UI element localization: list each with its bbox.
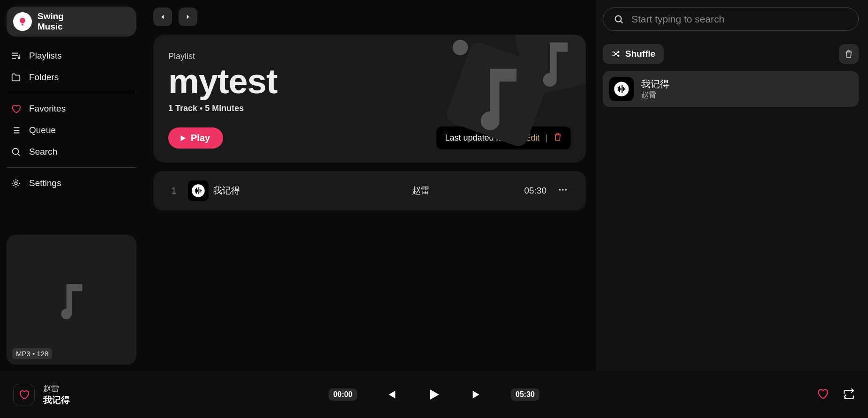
now-playing-cover[interactable]: MP3 • 128 [7,235,136,365]
playlist-icon [10,50,22,61]
heart-icon [816,388,829,400]
last-updated-text: Last updated now [445,133,511,143]
svg-point-11 [614,82,629,96]
queue-track-title: 我记得 [641,78,669,90]
trash-icon [553,132,562,142]
shuffle-icon [611,49,621,59]
tracklist: 1 我记得 赵雷 05:30 [153,171,586,210]
svg-point-10 [615,16,621,22]
chevron-right-icon [184,13,192,21]
queue-track-artist: 赵雷 [641,90,669,100]
total-time: 05:30 [511,388,539,401]
player-bar: 赵雷 我记得 00:00 05:30 [0,371,868,418]
waveform-icon [191,184,205,198]
edit-button[interactable]: Edit [525,133,539,143]
elapsed-time: 00:00 [329,388,357,401]
shuffle-button[interactable]: Shuffle [603,44,664,64]
sidebar-item-queue[interactable]: Queue [7,119,136,141]
track-more-button[interactable] [546,185,579,197]
play-button[interactable]: Play [168,127,223,149]
heart-icon [10,103,22,114]
heart-icon [18,389,30,400]
play-label: Play [191,133,210,143]
queue-item[interactable]: 我记得 赵雷 [603,71,859,107]
play-icon [427,387,441,402]
svg-point-6 [192,184,205,197]
main-content: Playlist mytest 1 Track • 5 Minutes Play… [143,0,596,371]
search-input[interactable] [631,14,848,25]
skip-forward-icon [471,388,484,401]
sidebar-item-settings[interactable]: Settings [7,172,136,194]
track-duration: 05:30 [490,186,546,196]
shuffle-label: Shuffle [625,49,655,59]
trash-icon [844,49,853,59]
sidebar-item-label: Favorites [29,104,66,114]
sidebar-item-label: Queue [29,125,56,135]
more-horizontal-icon [558,185,568,195]
sidebar-item-search[interactable]: Search [7,141,136,163]
sidebar-item-label: Settings [29,178,61,188]
svg-point-2 [15,182,17,185]
codec-badge: MP3 • 128 [12,348,52,359]
track-number: 1 [160,186,188,196]
skip-back-icon [384,388,397,401]
repeat-button[interactable] [843,388,855,402]
svg-point-1 [13,148,19,154]
track-art [188,180,209,201]
search-field[interactable] [603,7,859,31]
updated-box: Last updated now | Edit | [436,127,571,149]
sidebar-item-playlists[interactable]: Playlists [7,45,136,67]
svg-point-9 [565,189,567,191]
sidebar-item-label: Search [29,147,57,157]
player-artist: 赵雷 [43,383,70,394]
clear-queue-button[interactable] [839,44,859,64]
chevron-left-icon [158,13,167,21]
sidebar-item-label: Folders [29,72,59,82]
waveform-icon [614,81,629,97]
svg-point-7 [559,189,561,191]
sidebar-item-favorites[interactable]: Favorites [7,98,136,119]
queue-icon [10,125,22,136]
repeat-icon [843,388,855,400]
playlist-subheading: Playlist [168,52,571,61]
playlist-hero: Playlist mytest 1 Track • 5 Minutes Play… [153,35,586,163]
forward-button[interactable] [179,7,197,26]
previous-button[interactable] [382,385,400,404]
folder-icon [10,72,22,83]
sidebar: Swing Music Playlists Folders Favorites … [0,0,143,371]
playlist-meta: 1 Track • 5 Minutes [168,104,571,113]
track-row[interactable]: 1 我记得 赵雷 05:30 [153,177,586,205]
gear-icon [10,178,22,189]
svg-point-8 [562,189,564,191]
app-logo-icon [13,12,32,31]
next-button[interactable] [468,385,486,404]
track-title: 我记得 [213,185,352,197]
favorite-button[interactable] [13,384,35,405]
player-title: 我记得 [43,394,70,406]
playlist-title: mytest [168,64,571,99]
back-button[interactable] [153,7,172,26]
search-icon [10,146,22,157]
favorite-right-button[interactable] [816,388,829,402]
search-icon [614,14,624,25]
track-artist: 赵雷 [352,185,491,197]
play-pause-button[interactable] [425,385,443,404]
right-panel: Shuffle 我记得 赵雷 [596,0,868,371]
play-icon [179,134,187,142]
sidebar-item-label: Playlists [29,51,62,61]
app-title: Swing Music [37,11,64,32]
queue-art [609,77,634,101]
sidebar-item-folders[interactable]: Folders [7,67,136,88]
delete-playlist-button[interactable] [553,132,562,144]
music-note-icon [51,279,93,321]
app-brand[interactable]: Swing Music [7,7,136,37]
